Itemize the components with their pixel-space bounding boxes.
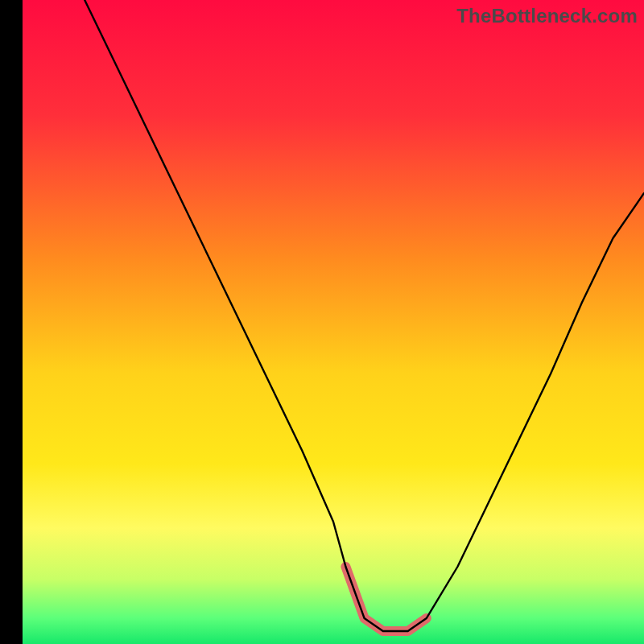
gradient-background (23, 0, 644, 644)
chart-container: TheBottleneck.com (0, 0, 644, 644)
chart-plot-area (23, 0, 644, 644)
bottleneck-chart (23, 0, 644, 644)
watermark-text: TheBottleneck.com (456, 5, 638, 27)
